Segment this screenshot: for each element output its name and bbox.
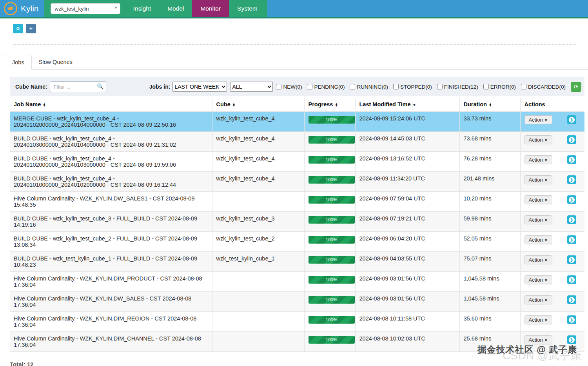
col-header-last-modified[interactable]: Last Modified Time▼: [355, 98, 459, 112]
status-checkbox[interactable]: [276, 84, 281, 89]
status-checkbox-label: PENDING(0): [314, 84, 345, 90]
actions-cell: Action▼: [520, 232, 563, 252]
last-modified-cell: 2024-08-09 07:59:04 UTC: [355, 192, 459, 212]
caret-down-icon: ▼: [544, 338, 548, 342]
nav-item-model[interactable]: Model: [159, 0, 192, 17]
progress-cell: 100%: [304, 152, 355, 172]
detail-cell: ❯: [563, 132, 584, 152]
job-detail-button[interactable]: ❯: [567, 115, 576, 124]
table-row[interactable]: BUILD CUBE - wzk_kylin_test_cube_4 - 202…: [10, 152, 584, 172]
table-row[interactable]: BUILD CUBE - wzk_kylin_test_cube_4 - 202…: [10, 172, 584, 192]
sort-icon[interactable]: ▲▼: [43, 103, 45, 107]
scope-select[interactable]: ALL: [230, 82, 273, 92]
status-checkbox-label: DISCARDED(0): [528, 84, 566, 90]
tab-jobs[interactable]: Jobs: [5, 55, 32, 70]
progress-percent: 100%: [309, 236, 355, 244]
status-checkbox[interactable]: [350, 84, 355, 89]
actions-cell: Action▼: [520, 172, 563, 192]
action-dropdown-button[interactable]: Action▼: [524, 255, 552, 264]
sort-icon[interactable]: ▲▼: [335, 103, 338, 107]
job-detail-button[interactable]: ❯: [567, 315, 576, 324]
nav-item-system[interactable]: System: [229, 0, 266, 17]
action-dropdown-button[interactable]: Action▼: [524, 275, 552, 284]
page-toolbar: ⚙ +: [0, 18, 588, 33]
progress-percent: 100%: [309, 276, 355, 284]
search-icon[interactable]: 🔍: [97, 83, 103, 89]
status-checkbox[interactable]: [521, 84, 526, 89]
nav-green-section: wzk_test_kylin Insight Model Monitor Sys…: [44, 0, 267, 17]
table-row[interactable]: Hive Column Cardinality - WZK_KYLIN.DIM_…: [10, 272, 584, 292]
last-modified-cell: 2024-08-08 10:02:03 UTC: [355, 332, 459, 352]
status-checkbox-label: FINISHED(12): [444, 84, 478, 90]
table-row[interactable]: BUILD CUBE - wzk_test_kylin_cube_1 - FUL…: [10, 252, 584, 272]
table-header-row: Job Name▲▼ Cube▲▼ Progress▲▼ Last Modifi…: [10, 98, 584, 112]
last-modified-cell: 2024-08-09 13:16:52 UTC: [355, 152, 459, 172]
chevron-right-icon: ❯: [569, 277, 575, 283]
actions-cell: Action▼: [520, 252, 563, 272]
action-label: Action: [529, 117, 543, 123]
progress-percent: 100%: [309, 316, 355, 324]
sort-icon[interactable]: ▲▼: [232, 103, 235, 107]
action-dropdown-button[interactable]: Action▼: [524, 315, 552, 324]
job-detail-button[interactable]: ❯: [567, 235, 576, 244]
action-dropdown-button[interactable]: Action▼: [524, 295, 552, 304]
action-dropdown-button[interactable]: Action▼: [524, 335, 552, 344]
job-name-cell: Hive Column Cardinality - WZK_KYLIN.DIM_…: [10, 332, 212, 352]
col-header-duration[interactable]: Duration▲▼: [459, 98, 520, 112]
project-select[interactable]: wzk_test_kylin: [51, 3, 120, 14]
table-row[interactable]: Hive Column Cardinality - WZK_KYLIN.DIM_…: [10, 312, 584, 332]
action-dropdown-button[interactable]: Action▼: [524, 135, 552, 144]
table-row[interactable]: Hive Column Cardinality - WZK_KYLIN.DW_S…: [10, 192, 584, 212]
status-checkbox[interactable]: [437, 84, 443, 89]
table-row[interactable]: BUILD CUBE - wzk_kylin_test_cube_2 - FUL…: [10, 232, 584, 252]
progress-cell: 100%: [304, 212, 355, 232]
refresh-button[interactable]: ⟳: [571, 82, 581, 92]
actions-cell: Action▼: [520, 292, 563, 312]
table-row[interactable]: MERGE CUBE - wzk_kylin_test_cube_4 - 202…: [10, 112, 584, 132]
sort-icon[interactable]: ▲▼: [489, 103, 492, 107]
navbar-spacer: [267, 0, 588, 17]
status-checkbox[interactable]: [307, 84, 312, 89]
status-checkbox-item: STOPPED(0): [393, 84, 432, 90]
job-detail-button[interactable]: ❯: [567, 275, 576, 284]
time-range-select[interactable]: LAST ONE WEEK: [172, 82, 227, 92]
table-row[interactable]: BUILD CUBE - wzk_kylin_test_cube_3 - FUL…: [10, 212, 584, 232]
job-detail-button[interactable]: ❯: [567, 155, 576, 164]
job-name-cell: Hive Column Cardinality - WZK_KYLIN.DW_S…: [10, 292, 212, 312]
tab-slow-queries[interactable]: Slow Queries: [32, 55, 80, 70]
table-row[interactable]: Hive Column Cardinality - WZK_KYLIN.DW_S…: [10, 292, 584, 312]
col-header-job-name[interactable]: Job Name▲▼: [10, 98, 212, 112]
actions-cell: Action▼: [520, 152, 563, 172]
table-row[interactable]: BUILD CUBE - wzk_kylin_test_cube_4 - 202…: [10, 132, 584, 152]
action-label: Action: [529, 137, 543, 143]
duration-cell: 73.68 mins: [459, 132, 520, 152]
job-detail-button[interactable]: ❯: [567, 195, 576, 204]
col-header-cube[interactable]: Cube▲▼: [212, 98, 304, 112]
action-dropdown-button[interactable]: Action▼: [524, 115, 552, 124]
job-detail-button[interactable]: ❯: [567, 215, 576, 224]
job-detail-button[interactable]: ❯: [567, 335, 576, 344]
job-detail-button[interactable]: ❯: [567, 255, 576, 264]
nav-item-insight[interactable]: Insight: [125, 0, 160, 17]
job-detail-button[interactable]: ❯: [567, 295, 576, 304]
nav-item-monitor[interactable]: Monitor: [192, 0, 229, 17]
chevron-right-icon: ❯: [569, 237, 575, 243]
cube-cell: wzk_kylin_test_cube_4: [212, 152, 304, 172]
job-detail-button[interactable]: ❯: [567, 175, 576, 184]
add-button[interactable]: +: [26, 24, 36, 33]
progress-cell: 100%: [304, 252, 355, 272]
action-dropdown-button[interactable]: Action▼: [524, 175, 552, 184]
action-dropdown-button[interactable]: Action▼: [524, 215, 552, 224]
action-dropdown-button[interactable]: Action▼: [524, 155, 552, 164]
action-dropdown-button[interactable]: Action▼: [524, 235, 552, 244]
status-checkbox-item: FINISHED(12): [437, 84, 478, 90]
action-dropdown-button[interactable]: Action▼: [524, 195, 552, 204]
status-checkbox[interactable]: [483, 84, 489, 89]
col-header-progress[interactable]: Progress▲▼: [304, 98, 355, 112]
brand[interactable]: Kylin: [0, 0, 44, 17]
settings-button[interactable]: ⚙: [13, 24, 23, 33]
status-checkbox[interactable]: [393, 84, 399, 89]
last-modified-cell: 2024-08-09 03:01:56 UTC: [355, 292, 459, 312]
job-detail-button[interactable]: ❯: [567, 135, 576, 144]
sort-desc-icon[interactable]: ▼: [413, 103, 416, 107]
